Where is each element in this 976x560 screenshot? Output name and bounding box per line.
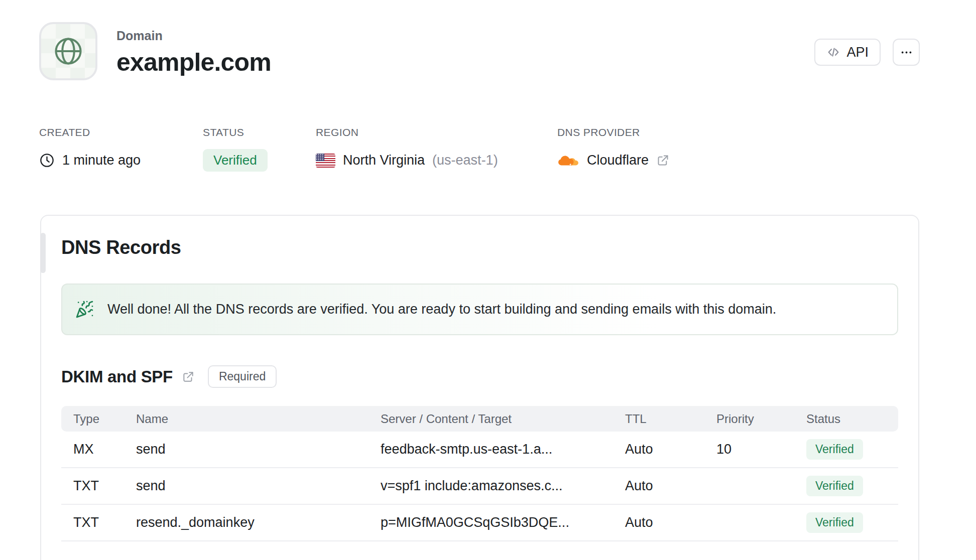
table-row[interactable]: MX send feedback-smtp.us-east-1.a... Aut… [61,432,898,468]
ellipsis-icon [900,46,913,59]
globe-icon [52,35,84,67]
record-type: TXT [73,478,136,494]
created-value: 1 minute ago [62,153,141,168]
entity-kind-label: Domain [116,29,271,43]
dns-records-table: Type Name Server / Content / Target TTL … [61,406,898,541]
record-content: feedback-smtp.us-east-1.a... [381,442,625,457]
cloudflare-icon [557,154,579,168]
meta-row: CREATED 1 minute ago STATUS Verified REG… [39,126,670,172]
header-actions: API [814,22,920,66]
domain-avatar [39,22,97,80]
record-content: p=MIGfMA0GCSqGSIb3DQE... [381,515,625,530]
meta-created: CREATED 1 minute ago [39,126,203,172]
required-badge: Required [208,365,277,388]
header-text: Domain example.com [116,22,271,77]
dns-provider-value: Cloudflare [587,153,649,168]
record-status-badge: Verified [806,439,863,460]
meta-dns-provider: DNS PROVIDER Cloudflare [557,126,670,172]
col-name: Name [136,412,381,426]
us-flag-icon [316,154,335,168]
status-badge: Verified [203,149,268,172]
record-priority: 10 [716,442,806,457]
success-banner-text: Well done! All the DNS records are verif… [107,302,776,317]
status-label: STATUS [203,126,316,138]
record-status-badge: Verified [806,476,863,496]
created-label: CREATED [39,126,203,138]
region-code: (us-east-1) [432,153,498,168]
record-type: MX [73,442,136,457]
record-name: send [136,478,381,494]
code-icon [826,45,840,59]
record-ttl: Auto [625,478,716,494]
dkim-spf-section-header: DKIM and SPF Required [61,365,898,388]
dns-provider-label: DNS PROVIDER [557,126,670,138]
record-status-badge: Verified [806,512,863,533]
record-name: resend._domainkey [136,515,381,530]
dkim-spf-heading: DKIM and SPF [61,367,173,386]
success-banner: Well done! All the DNS records are verif… [61,284,898,335]
col-status: Status [806,412,898,426]
record-name: send [136,442,381,457]
meta-status: STATUS Verified [203,126,316,172]
region-label: REGION [316,126,557,138]
record-ttl: Auto [625,442,716,457]
api-button[interactable]: API [814,39,881,66]
external-link-icon[interactable] [656,154,670,167]
table-header-row: Type Name Server / Content / Target TTL … [61,406,898,432]
more-options-button[interactable] [893,39,920,66]
party-popper-icon [75,300,94,319]
page-title: example.com [116,48,271,77]
page-header: Domain example.com API [39,22,920,80]
table-row[interactable]: TXT send v=spf1 include:amazonses.c... A… [61,468,898,505]
table-row[interactable]: TXT resend._domainkey p=MIGfMA0GCSqGSIb3… [61,505,898,541]
col-content: Server / Content / Target [381,412,625,426]
dns-records-card: DNS Records Well done! All the DNS recor… [40,215,919,560]
meta-region: REGION North Virginia (us-east-1) [316,126,557,172]
record-content: v=spf1 include:amazonses.c... [381,478,625,494]
record-type: TXT [73,515,136,530]
record-ttl: Auto [625,515,716,530]
dns-records-heading: DNS Records [61,216,898,258]
col-priority: Priority [716,412,806,426]
api-button-label: API [846,45,869,60]
region-name: North Virginia [343,153,425,168]
col-ttl: TTL [625,412,716,426]
col-type: Type [73,412,136,426]
clock-icon [39,153,55,168]
scroll-indicator-pill [40,233,46,273]
external-link-icon[interactable] [182,370,195,383]
